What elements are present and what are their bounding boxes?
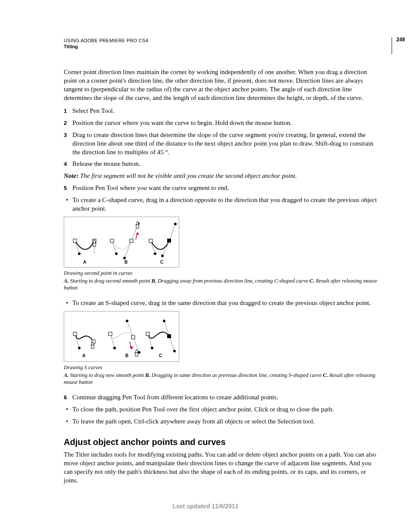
figure1-B-text: Dragging away from previous direction li… [156,278,309,284]
figure1-caption-body: A. Starting to drag second smooth point … [64,277,379,292]
figure1-B-prefix: B. [152,278,156,284]
step-5: 5Position Pen Tool where you want the cu… [64,184,379,193]
bullet-c-shape: To create a C-shaped curve, drag in a di… [64,196,379,213]
svg-point-12 [123,257,126,259]
svg-rect-11 [130,239,133,243]
bullet-close-path: To close the path, position Pen Tool ove… [72,406,334,413]
step-4-text: Release the mouse button. [72,160,140,167]
svg-line-31 [127,321,133,337]
step-4: 4Release the mouse button. [64,160,379,168]
step-1-text: Select Pen Tool. [72,107,114,114]
list-item: To close the path, position Pen Tool ove… [64,405,379,414]
svg-line-18 [169,224,175,241]
steps-list: 1Select Pen Tool. 2Position the cursor w… [64,107,379,169]
svg-point-10 [115,252,118,255]
svg-line-40 [169,336,174,351]
footer-last-updated: Last updated 11/6/2011 [0,503,411,510]
svg-point-23 [174,223,177,225]
figure2-label-c: C [159,353,162,358]
svg-point-33 [113,347,116,349]
bullet-s-text: To create an S-shaped curve, drag in the… [72,299,371,306]
figure2-caption-title: Drawing S curves [64,364,379,371]
svg-point-20 [154,252,156,255]
figure1-label-b: B [125,260,128,264]
header-product: USING ADOBE PREMIERE PRO CS4 [64,38,379,43]
svg-point-26 [78,347,81,349]
figure1-label-c: C [160,260,163,264]
svg-point-45 [163,320,165,322]
note-label: Note: [64,172,78,179]
figure1-label-a: A [83,260,86,264]
step-2-text: Position the cursor where you want the c… [72,119,292,126]
figure2-caption-body: A. Starting to drag new smooth point B. … [64,372,379,386]
svg-rect-14 [136,225,139,228]
svg-point-35 [126,320,128,322]
svg-rect-25 [73,332,77,336]
paragraph-adjust: The Titler includes tools for modifying … [64,451,379,485]
figure2-B-prefix: B. [145,372,150,378]
svg-rect-44 [167,334,171,338]
svg-point-3 [78,252,81,255]
figure1-C-prefix: C. [309,278,314,284]
page-header: USING ADOBE PREMIERE PRO CS4 Titling 249 [64,38,379,49]
list-item: To create a C-shaped curve, drag in a di… [64,196,379,213]
svg-point-43 [151,347,153,349]
svg-rect-9 [110,239,114,243]
svg-rect-21 [167,239,171,243]
svg-rect-28 [91,345,94,348]
figure-s-curves: A B [64,311,179,362]
svg-point-46 [173,350,176,352]
list-item: To leave the path open, Ctrl-click anywh… [64,417,379,426]
step-6-text: Continue dragging Pen Tool from differen… [72,394,278,401]
bullet-s-shape: To create an S-shaped curve, drag in the… [64,299,379,308]
svg-rect-5 [93,243,96,246]
steps-list-5: 5Position Pen Tool where you want the cu… [64,184,379,193]
header-chapter: Titling [64,44,379,49]
svg-line-7 [125,241,131,258]
figure2-label-a: A [82,353,85,358]
figure2-C-prefix: C. [323,372,328,378]
figure2-label-b: B [125,353,128,358]
figure2-B-text: Dragging in same direction as previous d… [150,372,323,378]
note-first-segment: Note: The first segment will not be visi… [64,172,379,180]
steps-list-6: 6Continue dragging Pen Tool from differe… [64,393,379,402]
figure2-A-prefix: A. [64,372,68,378]
step-3-text: Drag to create direction lines that dete… [72,131,373,156]
list-item: To create an S-shaped curve, drag in the… [64,299,379,308]
svg-rect-19 [149,239,153,243]
bullet-leave-open: To leave the path open, Ctrl-click anywh… [72,418,315,425]
section-heading-adjust: Adjust object anchor points and curves [64,437,379,447]
document-page: USING ADOBE PREMIERE PRO CS4 Titling 249… [0,0,411,532]
note-body: The first segment will not be visible un… [80,172,297,179]
step-1: 1Select Pen Tool. [64,107,379,115]
svg-rect-42 [146,332,149,336]
figure1-A-prefix: A. [64,278,68,284]
svg-rect-37 [135,353,138,356]
step-6: 6Continue dragging Pen Tool from differe… [64,393,379,402]
step-2: 2Position the cursor where you want the … [64,119,379,128]
bullets-close-open: To close the path, position Pen Tool ove… [64,405,379,426]
svg-point-22 [161,255,164,257]
step-5-text: Position Pen Tool where you want the cur… [72,184,229,191]
svg-rect-34 [131,336,135,339]
figure1-caption-title: Drawing second point in curves [64,270,379,277]
figure-c-curves: A B [64,217,179,268]
figure1-A-text: Starting to drag second smooth point [68,278,151,284]
svg-rect-2 [73,239,77,243]
figure2-A-text: Starting to drag new smooth point [68,372,145,378]
paragraph-corner-points: Corner point direction lines maintain th… [64,68,379,103]
svg-rect-32 [109,332,112,336]
bullet-c-text: To create a C-shaped curve, drag in a di… [72,196,377,212]
step-3: 3Drag to create direction lines that det… [64,131,379,157]
page-number: 249 [392,37,405,54]
